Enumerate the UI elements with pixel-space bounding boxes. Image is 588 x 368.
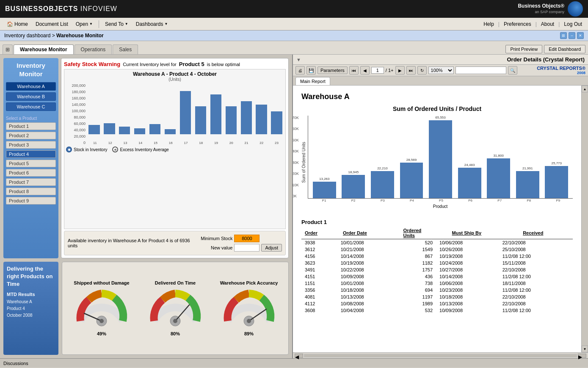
cr-bars-container: 70K 60K 50K 40K 30K 20K 10K 0K 13,26318,…: [308, 116, 573, 199]
inv-available-text: Available inventory in Warehouse A for P…: [68, 238, 190, 248]
parameters-button[interactable]: Parameters: [317, 66, 348, 74]
scroll-thumb[interactable]: [304, 354, 577, 357]
preferences-link[interactable]: Preferences: [501, 20, 534, 28]
bar-col-20: [224, 83, 238, 134]
print-icon[interactable]: 🖨: [295, 66, 305, 75]
open-dropdown-arrow: ▼: [89, 22, 93, 26]
table-cell: 10/08/2008: [337, 300, 400, 307]
main-report-tab[interactable]: Main Report: [295, 77, 330, 85]
scroll-left-button[interactable]: ◀: [295, 354, 303, 358]
table-cell: 10/06/2008: [436, 280, 499, 287]
next-page-icon[interactable]: ▶: [395, 66, 405, 75]
scroll-up-button[interactable]: ▲: [582, 86, 588, 92]
bar: [149, 124, 160, 134]
cr-bar-value: 65,553: [435, 116, 445, 119]
cr-bar-label: P6: [456, 199, 485, 202]
search-input[interactable]: [455, 66, 506, 74]
table-row: 115110/01/200873810/06/200818/11/2008: [301, 280, 573, 287]
edit-dashboard-button[interactable]: Edit Dashboard: [544, 45, 585, 53]
document-list-button[interactable]: Document List: [32, 20, 72, 28]
table-cell: 11/2/08 12:00: [499, 253, 573, 260]
last-page-icon[interactable]: ⏭: [406, 66, 416, 75]
send-to-button[interactable]: Send To ▼: [102, 20, 132, 28]
adjust-button[interactable]: Adjust: [261, 244, 282, 252]
maximize-icon[interactable]: ⊞: [560, 32, 567, 39]
help-link[interactable]: Help: [481, 20, 497, 28]
product-9-button[interactable]: Product 9: [6, 197, 56, 205]
warehouse-b-button[interactable]: Warehouse B: [6, 92, 56, 101]
prev-page-icon[interactable]: ◀: [360, 66, 370, 75]
product-header: Product 1: [301, 216, 573, 227]
tab-operations[interactable]: Operations: [75, 44, 112, 54]
scroll-down-button[interactable]: ▼: [582, 346, 588, 352]
cr-bar: [342, 175, 365, 198]
table-row: 362310/19/2008118210/24/200815/11/2008: [301, 260, 573, 266]
close-icon[interactable]: ✕: [577, 32, 584, 39]
table-cell: 3938: [301, 239, 337, 246]
export-icon[interactable]: 💾: [306, 66, 316, 75]
product-6-button[interactable]: Product 6: [6, 169, 56, 177]
cr-bar-value: 13,263: [319, 177, 329, 181]
product-1-button[interactable]: Product 1: [6, 122, 56, 130]
cr-bar-value: 21,991: [522, 166, 533, 170]
delivery-title: Delivering the right Products on Time: [7, 265, 55, 288]
table-cell: 3612: [301, 246, 337, 253]
refresh-icon[interactable]: ↻: [417, 66, 427, 75]
product-5-button[interactable]: Product 5: [6, 160, 56, 167]
about-link[interactable]: About: [538, 20, 557, 28]
bar-label: 13: [119, 141, 133, 145]
warning-row: Safety Stock Warning Current Inventory l…: [64, 61, 286, 67]
print-preview-button[interactable]: Print Preview: [505, 45, 542, 53]
warehouse-a-button[interactable]: Warehouse A: [6, 82, 56, 91]
breadcrumb-part2: Warehouse Monitor: [56, 33, 104, 39]
product-7-button[interactable]: Product 7: [6, 178, 56, 186]
table-cell: 11/2/08 12:00: [499, 273, 573, 280]
scroll-right-button[interactable]: ▶: [578, 354, 586, 358]
svg-point-2: [99, 319, 104, 323]
cr-bar-col: 24,483: [455, 116, 484, 198]
product-3-button[interactable]: Product 3: [6, 141, 56, 149]
product-2-button[interactable]: Product 2: [6, 132, 56, 139]
tab-sales[interactable]: Sales: [113, 44, 138, 54]
cr-bar-col: 28,569: [397, 116, 426, 198]
table-cell: 738: [400, 280, 436, 287]
home-button[interactable]: 🏠 Home: [3, 20, 31, 28]
cr-bar: [313, 182, 336, 198]
logout-link[interactable]: Log Out: [561, 20, 585, 28]
report-table: Product 1 Order Order Date OrderedUnits …: [301, 216, 573, 239]
dashboards-dropdown-arrow: ▼: [164, 22, 168, 26]
inv-bottom: Available inventory in Warehouse A for P…: [64, 231, 286, 255]
right-scrollbar[interactable]: ▲ ▼: [581, 86, 588, 352]
select-product-label: Select a Product: [6, 116, 56, 121]
cr-bar-value: 31,800: [493, 154, 503, 158]
min-stock-input[interactable]: [234, 235, 259, 242]
dashboards-button[interactable]: Dashboards ▼: [133, 20, 171, 28]
table-cell: 10/19/2008: [436, 253, 499, 260]
bar: [271, 111, 282, 134]
inventory-section: Inventory Monitor Warehouse A Warehouse …: [3, 58, 289, 258]
search-icon[interactable]: 🔍: [508, 66, 517, 75]
gauge-accuracy: Warehouse Pick Accuracy 89%: [213, 280, 285, 336]
bar-col-19: [209, 83, 223, 134]
bar-label: 17: [179, 141, 193, 145]
tab-warehouse-monitor[interactable]: Warehouse Monitor: [14, 44, 74, 54]
first-page-icon[interactable]: ⏮: [349, 66, 359, 75]
safety-warning-label: Safety Stock Warning: [64, 61, 120, 67]
product-8-button[interactable]: Product 8: [6, 188, 56, 195]
zoom-select[interactable]: 100% 75% 50% 150%: [428, 66, 454, 74]
min-stock-row: Minimum Stock: [194, 235, 282, 242]
grid-icon[interactable]: ⊞: [3, 44, 13, 54]
breadcrumb-part1[interactable]: Inventory dashboard: [4, 33, 50, 39]
restore-icon[interactable]: –: [569, 32, 575, 39]
report-tabs: Main Report: [293, 76, 588, 86]
open-button[interactable]: Open ▼: [72, 20, 96, 28]
page-input[interactable]: [371, 67, 384, 74]
horizontal-scrollbar[interactable]: ◀ ▶: [293, 352, 588, 358]
table-cell: 10/06/2008: [436, 239, 499, 246]
legend-stock: Stock in Inventory: [66, 147, 107, 152]
product-4-button[interactable]: Product 4: [6, 150, 56, 158]
warehouse-c-button[interactable]: Warehouse C: [6, 102, 56, 111]
mtd-label: MTD Results: [7, 292, 55, 297]
new-value-input[interactable]: [234, 244, 259, 252]
report-data-table: 393810/01/200852010/06/200822/10/2008361…: [301, 239, 573, 314]
